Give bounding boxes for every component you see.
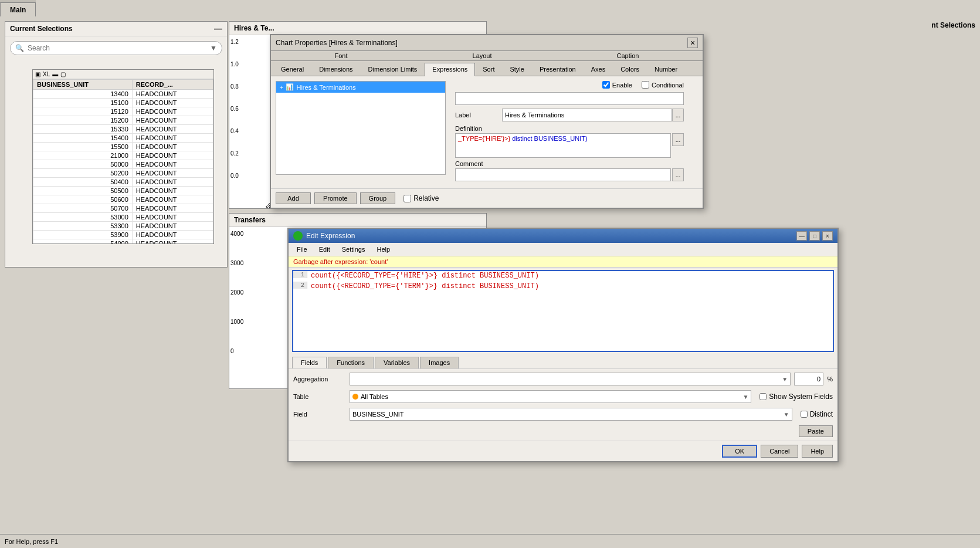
show-system-fields-checkbox[interactable] [759,393,767,400]
edit-dialog-buttons: OK Cancel Help [289,441,837,461]
table-row: Table All Tables ▼ Show System Fields [293,390,833,403]
cell-business-unit: 15400 [33,134,133,143]
ok-button[interactable]: OK [722,445,757,458]
edit-maximize-button[interactable]: □ [809,231,820,241]
relative-checkbox[interactable] [403,195,411,202]
tab-axes[interactable]: Axes [584,63,613,76]
menu-edit[interactable]: Edit [313,244,336,255]
cell-record-type: HEADCOUNT [132,99,213,107]
cell-business-unit: 53900 [33,231,133,239]
table-row: 15200HEADCOUNT [33,116,213,125]
tab-number[interactable]: Number [647,63,685,76]
aggregation-select[interactable]: ▼ [350,373,791,385]
cell-record-type: HEADCOUNT [132,213,213,222]
menu-file[interactable]: File [291,244,313,255]
cell-business-unit: 15330 [33,125,133,134]
bottom-tab-variables[interactable]: Variables [375,357,419,368]
search-input[interactable] [28,44,206,52]
distinct-checkbox[interactable] [801,411,808,418]
bottom-tab-images[interactable]: Images [420,357,459,368]
expression-properties: Enable Conditional Label [455,81,684,184]
t-y-4000: 4000 [230,231,243,237]
cell-record-type: HEADCOUNT [132,195,213,204]
tab-sort[interactable]: Sort [475,63,502,76]
code-editor[interactable]: 1 count({<RECORD_TYPE={'HIRE'}>} distinc… [292,270,834,352]
percent-input[interactable] [794,373,823,385]
cell-business-unit: 53300 [33,222,133,231]
tab-group-caption[interactable]: Caption [617,52,639,59]
definition-ellipsis-button[interactable]: ... [672,133,684,146]
table-scroll[interactable]: BUSINESS_UNIT RECORD_... 13400HEADCOUNT1… [33,79,213,243]
t-y-0: 0 [230,349,243,354]
table-row: 13400HEADCOUNT [33,90,213,99]
tab-group-font[interactable]: Font [335,52,348,59]
tab-presentation[interactable]: Presentation [532,63,584,76]
minimize-button[interactable]: — [214,24,222,33]
toolbar-label-xl[interactable]: XL [43,71,50,77]
tab-style[interactable]: Style [502,63,531,76]
tab-bar: Main [0,0,36,16]
expression-item-hires[interactable]: + 📊 Hires & Terminations [276,82,445,93]
enable-checkbox[interactable] [602,81,610,89]
chart-props-close-button[interactable]: × [687,38,698,48]
status-bar: For Help, press F1 [0,534,980,548]
tab-group-layout[interactable]: Layout [473,52,492,59]
aggregation-row: Aggregation ▼ % [293,373,833,385]
table-value: All Tables [361,393,388,400]
hires-chart-header: Hires & Te... [229,22,486,35]
group-button[interactable]: Group [360,192,396,204]
comment-input[interactable] [455,168,671,181]
conditional-input[interactable] [455,92,684,105]
cell-record-type: HEADCOUNT [132,178,213,187]
field-select[interactable]: BUSINESS_UNIT ▼ [350,408,792,421]
tab-dimensions[interactable]: Dimensions [311,63,360,76]
field-value: BUSINESS_UNIT [352,411,403,418]
definition-display[interactable]: _TYPE={'HIRE'}>} distinct BUSINESS_UNIT) [455,133,671,158]
bottom-tab-fields[interactable]: Fields [292,357,327,368]
aggregation-label: Aggregation [293,376,346,383]
toolbar-icon-minimize[interactable]: ▬ [52,71,58,77]
toolbar-icon-print[interactable]: ▣ [35,71,40,77]
edit-minimize-button[interactable]: — [796,231,807,241]
table-row: 50200HEADCOUNT [33,169,213,178]
menu-settings[interactable]: Settings [336,244,371,255]
tab-general[interactable]: General [273,63,311,76]
tab-dimension-limits[interactable]: Dimension Limits [361,63,425,76]
comment-ellipsis-button[interactable]: ... [672,168,684,181]
error-text: Garbage after expression: 'count' [293,258,388,265]
tab-colors[interactable]: Colors [613,63,647,76]
table-row: 15100HEADCOUNT [33,99,213,107]
panel-header: Current Selections — [5,22,227,36]
paste-button[interactable]: Paste [799,425,833,437]
tab-expressions[interactable]: Expressions [425,63,475,76]
cell-business-unit: 54000 [33,239,133,244]
cell-record-type: HEADCOUNT [132,107,213,116]
search-icon: 🔍 [15,44,24,52]
expression-list[interactable]: + 📊 Hires & Terminations [276,81,446,175]
table-row: 53300HEADCOUNT [33,222,213,231]
cell-business-unit: 15200 [33,116,133,125]
promote-button[interactable]: Promote [314,192,357,204]
col-record: RECORD_... [132,80,213,90]
aggregation-arrow: ▼ [782,376,788,383]
cell-record-type: HEADCOUNT [132,187,213,195]
toolbar-icon-maximize[interactable]: ▢ [60,71,66,77]
dialog-body: + 📊 Hires & Terminations Enable [271,76,703,188]
cancel-button[interactable]: Cancel [761,445,798,458]
menu-help[interactable]: Help [371,244,396,255]
table-row: 15330HEADCOUNT [33,125,213,134]
edit-close-button[interactable]: × [822,231,833,241]
table-select[interactable]: All Tables ▼ [350,390,751,403]
y-label-08: 0.8 [230,84,239,90]
label-input[interactable] [502,109,672,121]
label-ellipsis-button[interactable]: ... [672,109,684,121]
tab-main[interactable]: Main [0,2,36,16]
label-field-label: Label [455,111,502,119]
cell-business-unit: 50500 [33,187,133,195]
help-button[interactable]: Help [802,445,833,458]
bottom-tab-functions[interactable]: Functions [328,357,374,368]
add-button[interactable]: Add [276,192,311,204]
conditional-checkbox[interactable] [642,81,649,89]
search-dropdown-arrow[interactable]: ▼ [210,44,217,52]
table-row: 50500HEADCOUNT [33,187,213,195]
